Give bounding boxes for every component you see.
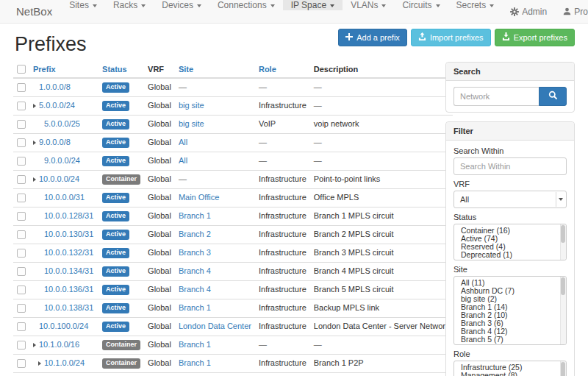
chevron-down-icon [197,4,201,7]
site-link[interactable]: Branch 3 [179,248,211,257]
row-checkbox[interactable] [17,230,26,239]
empty-dash: — [259,156,267,165]
row-checkbox[interactable] [17,267,26,276]
prefix-link[interactable]: 9.0.0.0/8 [39,138,71,146]
site-link[interactable]: big site [179,119,204,128]
site-option[interactable]: Branch 2 (10) [454,311,566,319]
prefix-link[interactable]: 5.0.0.0/24 [39,101,75,110]
site-link[interactable]: All [179,156,187,165]
prefix-link[interactable]: 9.0.0.0/24 [44,156,80,165]
prefix-link[interactable]: 10.0.0.0/24 [39,174,79,183]
prefix-link[interactable]: 10.1.0.0/16 [39,340,79,349]
prefix-link[interactable]: 10.0.0.132/31 [44,248,93,257]
export-prefixes-button[interactable]: Export prefixes [495,29,575,46]
site-option[interactable]: Branch 5 (7) [454,336,566,344]
site-link[interactable]: big site [179,101,204,110]
site-link[interactable]: Branch 1 [179,340,211,349]
nav-item-secrets[interactable]: Secrets [448,0,503,10]
row-checkbox[interactable] [17,157,26,166]
scrollbar-thumb[interactable] [561,362,565,376]
vrf-value: Global [148,340,171,349]
profile-link[interactable]: Profile [555,0,588,23]
prefix-link[interactable]: 10.0.0.0/31 [44,193,85,202]
scrollbar-thumb[interactable] [561,277,565,295]
nav-item-ip-space[interactable]: IP Space [283,0,343,10]
site-link[interactable]: Branch 4 [179,285,211,294]
nav-item-racks[interactable]: Racks [105,0,154,10]
site-link[interactable]: All [179,138,187,146]
table-row: 9.0.0.0/8 Active Global All — — [13,134,453,152]
brand-logo[interactable]: NetBox [7,0,61,23]
status-badge: Active [102,322,129,332]
status-option[interactable]: Reserved (4) [454,243,566,251]
nav-item-connections[interactable]: Connections [209,0,283,10]
site-option[interactable]: Branch 3 (6) [454,319,566,327]
row-checkbox[interactable] [17,212,26,221]
status-option[interactable]: Deprecated (1) [454,251,566,259]
table-row: 10.0.0.138/31 Active Global Branch 1 Inf… [13,299,453,318]
row-checkbox[interactable] [17,138,26,147]
site-option[interactable]: Ashburn DC (7) [454,287,566,295]
scrollbar-thumb[interactable] [561,225,565,243]
site-link[interactable]: Branch 4 [179,266,211,275]
role-option[interactable]: Management (8) [454,372,566,376]
status-option[interactable]: Container (16) [454,227,566,235]
vrf-selected-value: All [460,195,469,204]
site-option[interactable]: COLO-1-CA (9) [454,344,566,345]
site-link[interactable]: Branch 2 [179,230,211,238]
status-option[interactable]: Active (74) [454,235,566,243]
site-option[interactable]: big site (2) [454,295,566,303]
prefix-link[interactable]: 10.1.0.0/24 [44,358,85,367]
add-prefix-button[interactable]: Add a prefix [338,29,407,46]
column-header-vrf: VRF [144,62,175,78]
row-checkbox[interactable] [17,285,26,294]
row-checkbox[interactable] [17,341,26,350]
row-checkbox[interactable] [17,359,26,368]
prefix-link[interactable]: 10.0.0.138/31 [44,303,93,312]
row-checkbox[interactable] [17,83,26,92]
column-header-prefix[interactable]: Prefix [29,62,98,78]
prefix-link[interactable]: 5.0.0.0/25 [44,119,80,128]
column-header-status[interactable]: Status [98,62,144,78]
column-header-site[interactable]: Site [175,62,255,78]
network-search-input[interactable] [453,87,539,106]
row-checkbox[interactable] [17,249,26,258]
column-header-role[interactable]: Role [255,62,310,78]
prefix-link[interactable]: 10.0.0.128/31 [44,211,93,220]
prefix-link[interactable]: 10.0.100.0/24 [39,322,88,330]
select-all-checkbox[interactable] [17,65,26,74]
admin-link[interactable]: Admin [502,0,555,23]
site-link[interactable]: Branch 1 [179,358,211,367]
row-checkbox[interactable] [17,175,26,184]
site-option[interactable]: Branch 1 (14) [454,303,566,311]
status-multiselect[interactable]: Container (16)Active (74)Reserved (4)Dep… [453,224,567,260]
site-option[interactable]: All (11) [454,279,566,287]
status-label: Status [453,213,567,221]
table-row: 5.0.0.0/25 Active Global big site VoIP v… [13,116,453,134]
nav-item-sites[interactable]: Sites [61,0,105,10]
prefix-link[interactable]: 1.0.0.0/8 [39,82,71,91]
site-link[interactable]: Branch 1 [179,303,211,312]
row-checkbox[interactable] [17,194,26,202]
prefix-link[interactable]: 10.0.0.134/31 [44,266,93,275]
site-link[interactable]: Main Office [179,193,219,202]
nav-item-vlans[interactable]: VLANs [343,0,394,10]
role-option[interactable]: Infrastructure (25) [454,363,566,372]
vrf-select[interactable]: All [453,191,567,208]
nav-item-devices[interactable]: Devices [154,0,209,10]
nav-item-circuits[interactable]: Circuits [394,0,448,10]
site-link[interactable]: London Data Center [179,322,251,330]
site-link[interactable]: Branch 1 [179,211,211,220]
role-multiselect[interactable]: Infrastructure (25)Management (8)Private… [453,361,567,376]
import-prefixes-button[interactable]: Import prefixes [411,29,491,46]
site-multiselect[interactable]: All (11)Ashburn DC (7)big site (2)Branch… [453,276,567,345]
row-checkbox[interactable] [17,304,26,313]
search-button[interactable] [539,87,567,106]
row-checkbox[interactable] [17,322,26,331]
site-option[interactable]: Branch 4 (12) [454,327,566,336]
prefix-link[interactable]: 10.0.0.130/31 [44,230,93,238]
row-checkbox[interactable] [17,120,26,129]
row-checkbox[interactable] [17,102,26,110]
search-within-input[interactable] [453,157,567,175]
prefix-link[interactable]: 10.0.0.136/31 [44,285,93,294]
